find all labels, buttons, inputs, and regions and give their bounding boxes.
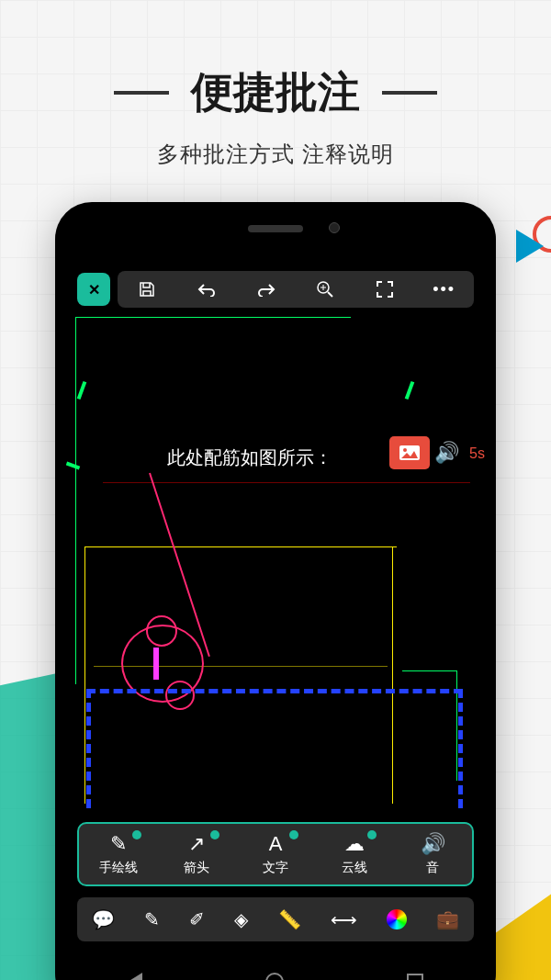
cad-line <box>75 317 76 684</box>
nav-recent-button[interactable] <box>407 974 423 980</box>
fullscreen-icon <box>377 281 393 298</box>
cloud-icon: ☁ <box>344 832 365 856</box>
status-dot <box>132 830 141 839</box>
android-nav-bar <box>66 963 485 980</box>
measure-button[interactable]: 📏 <box>278 908 301 930</box>
arrow-icon: ↗ <box>188 832 205 856</box>
cad-tick <box>77 381 87 400</box>
top-tools-group: ••• <box>118 271 474 308</box>
tool-audio[interactable]: 🔊音 <box>393 832 472 876</box>
more-icon: ••• <box>433 280 455 299</box>
nav-home-button[interactable] <box>265 973 284 980</box>
speaker-icon[interactable]: 🔊 <box>434 441 459 465</box>
ruler-icon: 📏 <box>278 909 301 929</box>
edit-icon: ✐ <box>189 909 205 929</box>
cad-line <box>84 546 397 547</box>
cad-line <box>402 670 457 671</box>
phone-camera <box>329 222 340 233</box>
cad-line <box>84 546 85 804</box>
dimension-icon: ⟷ <box>331 909 357 929</box>
app-screen: 此处配筋如图所示： 🔊 5s ✕ ••• ✎手绘线 ↗箭头 A文字 <box>66 253 485 951</box>
comment-icon: 💬 <box>92 909 115 929</box>
close-button[interactable]: ✕ <box>77 273 110 306</box>
top-toolbar: ✕ ••• <box>77 271 474 308</box>
pencil-icon: ✎ <box>144 909 160 929</box>
page-subtitle: 多种批注方式 注释说明 <box>0 140 551 169</box>
phone-frame: 此处配筋如图所示： 🔊 5s ✕ ••• ✎手绘线 ↗箭头 A文字 <box>55 202 496 980</box>
image-icon <box>399 445 421 461</box>
more-button[interactable]: ••• <box>430 275 459 304</box>
save-button[interactable] <box>132 275 162 304</box>
tool-label: 手绘线 <box>99 860 138 876</box>
undo-button[interactable] <box>192 275 221 304</box>
status-dot <box>289 830 298 839</box>
status-dot <box>367 830 377 839</box>
nav-back-button[interactable] <box>128 973 142 980</box>
close-icon: ✕ <box>88 281 100 299</box>
save-icon <box>139 281 155 298</box>
toolbox-icon: 💼 <box>436 909 459 929</box>
cad-tick <box>405 381 415 400</box>
redo-button[interactable] <box>252 275 281 304</box>
layers-icon: ◈ <box>234 909 248 929</box>
decorative-triangle <box>516 230 551 263</box>
annotation-tools-row: ✎手绘线 ↗箭头 A文字 ☁云线 🔊音 <box>77 822 474 886</box>
zoom-icon <box>316 280 334 299</box>
edit-button[interactable]: ✐ <box>189 908 205 930</box>
pencil-icon: ✎ <box>110 832 127 856</box>
tool-freehand[interactable]: ✎手绘线 <box>79 832 158 876</box>
color-wheel-icon <box>387 909 407 929</box>
tool-label: 云线 <box>342 860 367 876</box>
phone-speaker <box>248 225 303 232</box>
header-line-left <box>114 91 169 95</box>
cad-line <box>103 482 470 483</box>
tool-cloud[interactable]: ☁云线 <box>315 832 394 876</box>
text-icon: A <box>269 832 283 856</box>
svg-point-1 <box>403 448 407 452</box>
speaker-icon: 🔊 <box>421 832 445 856</box>
layers-button[interactable]: ◈ <box>234 908 248 930</box>
tool-arrow[interactable]: ↗箭头 <box>158 832 237 876</box>
image-annotation-badge[interactable] <box>389 436 430 469</box>
undo-icon <box>197 282 216 297</box>
comment-button[interactable]: 💬 <box>92 908 115 930</box>
toolbox-button[interactable]: 💼 <box>436 908 459 930</box>
tool-label: 箭头 <box>184 860 209 876</box>
bottom-toolbar: 💬 ✎ ✐ ◈ 📏 ⟷ 💼 <box>77 897 474 941</box>
page-header: 便捷批注 多种批注方式 注释说明 <box>0 0 551 169</box>
header-line-right <box>382 91 437 95</box>
cad-line <box>75 317 351 318</box>
redo-icon <box>257 282 276 297</box>
page-title: 便捷批注 <box>191 64 360 121</box>
zoom-button[interactable] <box>310 275 340 304</box>
cad-tick <box>66 462 80 470</box>
svg-line-3 <box>328 292 332 297</box>
status-dot <box>210 830 219 839</box>
dimension-button[interactable]: ⟷ <box>331 908 357 930</box>
draw-button[interactable]: ✎ <box>144 908 160 930</box>
annotation-text-label[interactable]: 此处配筋如图所示： <box>167 445 332 470</box>
tool-label: 文字 <box>263 860 288 876</box>
tool-text[interactable]: A文字 <box>236 832 315 876</box>
audio-duration: 5s <box>469 445 485 462</box>
tool-label: 音 <box>426 860 439 876</box>
selection-frame[interactable] <box>86 689 463 808</box>
color-button[interactable] <box>387 909 407 929</box>
fullscreen-button[interactable] <box>370 275 399 304</box>
